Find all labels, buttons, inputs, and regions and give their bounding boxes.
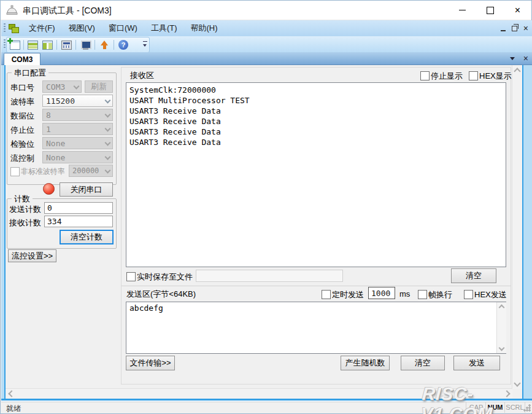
menu-help[interactable]: 帮助(H) <box>184 20 225 36</box>
send-button[interactable]: 发送 <box>453 356 500 370</box>
menu-file[interactable]: 文件(F) <box>22 20 62 36</box>
receive-clear-button[interactable]: 清空 <box>451 268 496 283</box>
toolbar-grip[interactable] <box>4 39 6 49</box>
tab-list-dropdown-icon[interactable] <box>510 57 515 60</box>
new-window-icon <box>10 41 20 50</box>
computer-button[interactable] <box>79 39 92 51</box>
close-button[interactable]: × <box>504 1 531 20</box>
computer-icon <box>80 41 91 50</box>
calculator-button[interactable] <box>60 39 73 51</box>
frame-newline-checkbox[interactable] <box>418 290 427 299</box>
chevron-down-icon <box>102 168 112 174</box>
new-window-button[interactable] <box>8 39 21 51</box>
split-horizontal-button[interactable] <box>26 39 39 51</box>
clear-counters-button[interactable]: 清空计数 <box>60 230 114 244</box>
parity-select: None <box>42 137 113 149</box>
calculator-icon <box>61 41 72 50</box>
close-icon: × <box>515 6 520 15</box>
minimize-button[interactable] <box>449 1 476 20</box>
send-textarea[interactable]: abcdefg <box>126 302 506 354</box>
baud-label: 波特率 <box>10 96 34 107</box>
window-title: 串口调试工具 - [COM3] <box>23 6 112 17</box>
maximize-button[interactable] <box>476 1 504 20</box>
help-icon: ? <box>118 40 128 50</box>
overflow-chevron-icon <box>143 41 147 42</box>
send-clear-button[interactable]: 清空 <box>401 356 445 370</box>
watermark-text: RISC-V1.COM <box>420 384 532 414</box>
tx-count-field[interactable] <box>44 202 113 214</box>
file-transfer-button[interactable]: 文件传输>> <box>126 356 175 370</box>
menu-view[interactable]: 视图(V) <box>62 20 102 36</box>
random-data-button[interactable]: 产生随机数 <box>341 356 390 370</box>
app-icon <box>6 5 18 16</box>
rx-count-field[interactable] <box>44 216 113 227</box>
flow-settings-button[interactable]: 流控设置>> <box>8 249 56 262</box>
minimize-icon <box>459 10 466 10</box>
nonstandard-baud-label: 非标准波特率 <box>21 166 65 177</box>
maximize-icon <box>487 7 494 14</box>
scroll-left-icon[interactable] <box>6 389 15 399</box>
menubar-grip[interactable] <box>4 23 6 33</box>
save-to-file-checkbox[interactable] <box>126 272 136 281</box>
send-area-title: 发送区(字节<64KB) <box>126 289 196 300</box>
baud-select[interactable]: 115200 <box>42 95 113 107</box>
timed-send-checkbox[interactable] <box>322 290 331 299</box>
menu-bar: 文件(F) 视图(V) 窗口(W) 工具(T) 帮助(H) × <box>1 20 532 36</box>
nonstandard-baud-checkbox <box>10 167 20 176</box>
flowctrl-select: None <box>42 151 113 163</box>
toolbar-overflow-button[interactable] <box>142 40 148 50</box>
upload-button[interactable] <box>98 39 111 51</box>
split-vertical-button[interactable] <box>40 39 54 51</box>
port-label: 串口号 <box>10 82 34 93</box>
interval-field[interactable] <box>368 287 395 299</box>
mdi-document-icon[interactable] <box>9 24 18 33</box>
stop-display-checkbox[interactable] <box>420 71 430 80</box>
save-path-field[interactable] <box>196 270 343 282</box>
port-select: COM3 <box>42 80 82 93</box>
mdi-restore-icon[interactable] <box>512 26 517 31</box>
close-port-button[interactable]: 关闭串口 <box>60 182 113 197</box>
scroll-up-icon[interactable] <box>512 65 522 75</box>
port-open-indicator <box>43 183 55 195</box>
section-divider <box>121 286 511 286</box>
receive-area-title: 接收区 <box>130 70 154 81</box>
app-window: 串口调试工具 - [COM3] × 文件(F) 视图(V) 窗口(W) 工具(T… <box>0 0 532 414</box>
hex-send-checkbox[interactable] <box>464 290 473 299</box>
tab-close-icon[interactable]: × <box>523 53 528 63</box>
stopbits-select: 1 <box>42 123 113 135</box>
databits-select: 8 <box>42 109 113 121</box>
menu-window[interactable]: 窗口(W) <box>102 20 144 36</box>
menu-tools[interactable]: 工具(T) <box>144 20 184 36</box>
chevron-down-icon <box>102 141 112 146</box>
hex-display-label: HEX显示 <box>479 71 512 82</box>
chevron-down-icon[interactable] <box>102 98 112 104</box>
parity-label: 检验位 <box>10 139 34 150</box>
interval-unit-label: ms <box>399 289 410 299</box>
serial-config-title: 串口配置 <box>12 68 48 79</box>
timed-send-label: 定时发送 <box>332 289 364 300</box>
upload-icon <box>99 41 110 50</box>
split-horizontal-icon <box>28 41 38 50</box>
nonstandard-baud-select: 200000 <box>69 165 113 177</box>
scroll-up-icon[interactable] <box>497 302 506 311</box>
vertical-scrollbar[interactable] <box>512 65 522 389</box>
status-ready-text: 就绪 <box>6 404 21 414</box>
hex-display-checkbox[interactable] <box>469 71 478 80</box>
chevron-down-icon <box>102 155 112 160</box>
send-scrollbar[interactable] <box>496 302 506 353</box>
mdi-close-icon[interactable]: × <box>523 25 528 32</box>
tab-bar: COM3 × <box>1 52 532 65</box>
tab-com3[interactable]: COM3 <box>4 53 40 66</box>
scroll-down-icon[interactable] <box>497 345 506 353</box>
receive-textarea[interactable]: SystemClk:72000000 USART MultiProcessor … <box>126 82 506 267</box>
stopbits-label: 停止位 <box>10 125 34 136</box>
help-button[interactable]: ? <box>117 39 130 51</box>
tx-count-label: 发送计数 <box>9 204 41 215</box>
mdi-minimize-icon[interactable] <box>501 30 506 31</box>
comm-panel: 接收区 停止显示 HEX显示 SystemClk:72000000 USART … <box>121 67 511 385</box>
databits-label: 数据位 <box>10 111 34 122</box>
title-bar[interactable]: 串口调试工具 - [COM3] × <box>1 1 531 20</box>
toolbar-group: ? <box>6 37 150 53</box>
chevron-down-icon <box>71 84 81 90</box>
hex-send-label: HEX发送 <box>474 289 507 300</box>
